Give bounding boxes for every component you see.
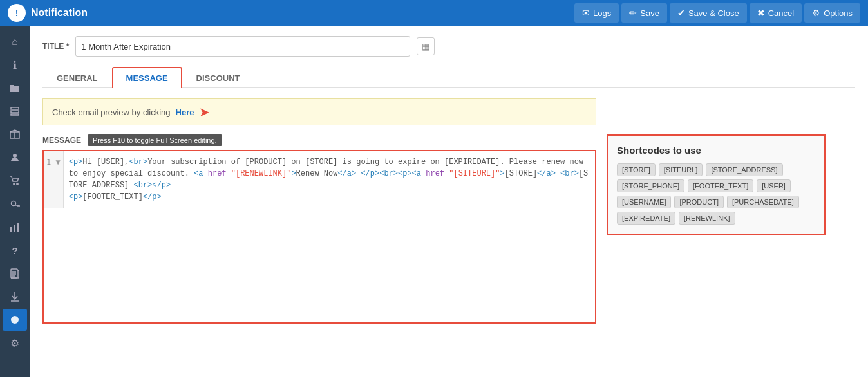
sidebar-item-circle[interactable]: [3, 309, 27, 331]
svg-rect-15: [11, 269, 17, 278]
title-label: TITLE *: [42, 42, 69, 51]
options-icon: ⚙: [812, 8, 820, 18]
brand-icon: !: [8, 4, 26, 22]
message-section: MESSAGE Press F10 to toggle Full Screen …: [42, 134, 855, 324]
svg-rect-2: [11, 114, 19, 115]
svg-rect-1: [11, 111, 19, 113]
shortcode-tag[interactable]: [FOOTER_TEXT]: [688, 179, 753, 192]
header-actions: ✉ Logs ✏ Save ✔ Save & Close ✖ Cancel ⚙ …: [574, 3, 860, 23]
shortcode-tag[interactable]: [STORE_ADDRESS]: [706, 163, 782, 176]
preview-link[interactable]: Here: [176, 107, 194, 117]
code-text[interactable]: <p>Hi [USER],<br>Your subscription of [P…: [64, 151, 595, 208]
shortcode-tag[interactable]: [EXPIREDATE]: [617, 212, 675, 225]
shortcode-tag[interactable]: [RENEWLINK]: [679, 212, 735, 225]
preview-text: Check email preview by clicking: [52, 107, 171, 117]
shortcodes-grid: [STORE][SITEURL][STORE_ADDRESS][STORE_PH…: [617, 163, 815, 225]
sidebar-item-layers[interactable]: [3, 100, 27, 122]
svg-point-8: [12, 201, 16, 206]
message-left: MESSAGE Press F10 to toggle Full Screen …: [42, 134, 596, 324]
sidebar-item-chart[interactable]: [3, 216, 27, 238]
content-area: TITLE * ▦ GENERAL MESSAGE DISCOUNT Check…: [30, 26, 868, 377]
save-icon: ✏: [629, 8, 637, 18]
tab-message[interactable]: MESSAGE: [112, 67, 182, 88]
svg-point-7: [17, 183, 18, 185]
save-close-button[interactable]: ✔ Save & Close: [670, 3, 747, 23]
save-button[interactable]: ✏ Save: [621, 3, 667, 23]
cancel-button[interactable]: ✖ Cancel: [750, 3, 802, 23]
svg-point-21: [11, 316, 19, 324]
tabs: GENERAL MESSAGE DISCOUNT: [42, 67, 855, 88]
logs-icon: ✉: [582, 8, 590, 18]
svg-rect-12: [10, 227, 12, 232]
line-numbers: 1 ▼: [44, 151, 64, 208]
shortcodes-panel: Shortcodes to use [STORE][SITEURL][STORE…: [607, 134, 826, 235]
code-editor-wrapper: 1 ▼ <p>Hi [USER],<br>Your subscription o…: [42, 150, 596, 324]
shortcode-tag[interactable]: [USERNAME]: [617, 196, 671, 208]
top-header: ! Notification ✉ Logs ✏ Save ✔ Save & Cl…: [0, 0, 868, 26]
arrow-icon: ➤: [199, 106, 210, 118]
title-input-expand-icon[interactable]: ▦: [417, 37, 435, 55]
sidebar-item-download[interactable]: [3, 286, 27, 308]
sidebar-item-home[interactable]: ⌂: [3, 31, 27, 53]
sidebar-item-user[interactable]: [3, 147, 27, 169]
cancel-label: Cancel: [768, 8, 794, 18]
fullscreen-hint: Press F10 to toggle Full Screen editing.: [88, 134, 222, 146]
title-row: TITLE * ▦: [42, 36, 855, 57]
tab-discount[interactable]: DISCOUNT: [182, 67, 254, 88]
tab-general[interactable]: GENERAL: [42, 67, 112, 88]
shortcode-tag[interactable]: [STORE_PHONE]: [617, 179, 684, 192]
title-input[interactable]: [75, 36, 410, 57]
code-editor-content: 1 ▼ <p>Hi [USER],<br>Your subscription o…: [44, 151, 595, 208]
svg-point-6: [14, 183, 15, 185]
svg-point-5: [13, 154, 17, 158]
shortcode-tag[interactable]: [PRODUCT]: [674, 196, 724, 208]
sidebar-item-cart[interactable]: [3, 170, 27, 192]
message-label-row: MESSAGE Press F10 to toggle Full Screen …: [42, 134, 596, 146]
sidebar-item-help[interactable]: ?: [3, 239, 27, 261]
shortcode-tag[interactable]: [USER]: [757, 179, 791, 192]
options-label: Options: [824, 8, 853, 18]
sidebar-item-key[interactable]: [3, 193, 27, 215]
svg-rect-0: [11, 107, 19, 109]
save-close-icon: ✔: [677, 8, 685, 18]
app-title: Notification: [31, 7, 569, 19]
sidebar-item-info[interactable]: ℹ: [3, 54, 27, 76]
sidebar-item-doc[interactable]: [3, 262, 27, 284]
svg-rect-13: [14, 225, 15, 232]
svg-rect-14: [17, 223, 19, 232]
cancel-icon: ✖: [757, 8, 765, 18]
message-label: MESSAGE: [42, 136, 81, 145]
logs-label: Logs: [593, 8, 611, 18]
options-button[interactable]: ⚙ Options: [804, 3, 860, 23]
shortcode-tag[interactable]: [PURCHASEDATE]: [727, 196, 799, 208]
preview-bar: Check email preview by clicking Here ➤: [42, 98, 596, 125]
shortcode-tag[interactable]: [SITEURL]: [659, 163, 703, 176]
sidebar-item-folder[interactable]: [3, 77, 27, 99]
main-layout: ⌂ ℹ ? ⚙: [0, 26, 868, 377]
save-close-label: Save & Close: [688, 8, 739, 18]
logs-button[interactable]: ✉ Logs: [574, 3, 619, 23]
sidebar: ⌂ ℹ ? ⚙: [0, 26, 30, 377]
sidebar-item-settings2[interactable]: ⚙: [3, 332, 27, 354]
sidebar-item-box[interactable]: [3, 124, 27, 145]
shortcode-tag[interactable]: [STORE]: [617, 163, 656, 176]
save-label: Save: [640, 8, 659, 18]
shortcodes-title: Shortcodes to use: [617, 145, 815, 156]
